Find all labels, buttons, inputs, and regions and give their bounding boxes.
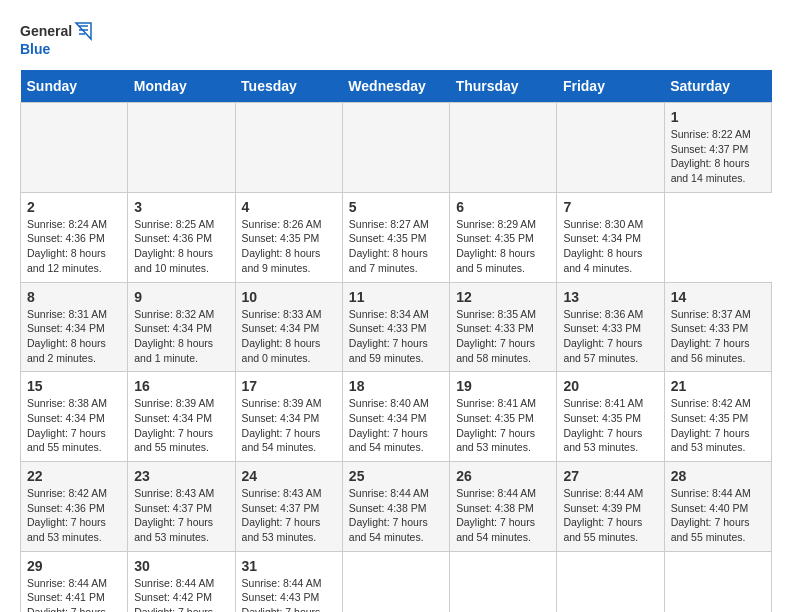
header-wednesday: Wednesday (342, 70, 449, 103)
day-info: Sunrise: 8:24 AMSunset: 4:36 PMDaylight:… (27, 218, 107, 274)
calendar-cell: 19Sunrise: 8:41 AMSunset: 4:35 PMDayligh… (450, 372, 557, 462)
day-info: Sunrise: 8:39 AMSunset: 4:34 PMDaylight:… (242, 397, 322, 453)
calendar-cell: 31Sunrise: 8:44 AMSunset: 4:43 PMDayligh… (235, 551, 342, 612)
calendar-week-row: 8Sunrise: 8:31 AMSunset: 4:34 PMDaylight… (21, 282, 772, 372)
calendar-cell: 11Sunrise: 8:34 AMSunset: 4:33 PMDayligh… (342, 282, 449, 372)
day-number: 9 (134, 289, 228, 305)
calendar-cell: 20Sunrise: 8:41 AMSunset: 4:35 PMDayligh… (557, 372, 664, 462)
calendar-cell: 26Sunrise: 8:44 AMSunset: 4:38 PMDayligh… (450, 462, 557, 552)
day-info: Sunrise: 8:44 AMSunset: 4:41 PMDaylight:… (27, 577, 107, 612)
day-info: Sunrise: 8:44 AMSunset: 4:42 PMDaylight:… (134, 577, 214, 612)
day-number: 23 (134, 468, 228, 484)
calendar-cell: 15Sunrise: 8:38 AMSunset: 4:34 PMDayligh… (21, 372, 128, 462)
calendar-cell: 24Sunrise: 8:43 AMSunset: 4:37 PMDayligh… (235, 462, 342, 552)
calendar-cell: 10Sunrise: 8:33 AMSunset: 4:34 PMDayligh… (235, 282, 342, 372)
calendar-cell: 6Sunrise: 8:29 AMSunset: 4:35 PMDaylight… (450, 192, 557, 282)
day-info: Sunrise: 8:41 AMSunset: 4:35 PMDaylight:… (563, 397, 643, 453)
day-info: Sunrise: 8:36 AMSunset: 4:33 PMDaylight:… (563, 308, 643, 364)
calendar-cell: 16Sunrise: 8:39 AMSunset: 4:34 PMDayligh… (128, 372, 235, 462)
day-number: 10 (242, 289, 336, 305)
calendar-cell: 12Sunrise: 8:35 AMSunset: 4:33 PMDayligh… (450, 282, 557, 372)
day-number: 19 (456, 378, 550, 394)
calendar-cell: 28Sunrise: 8:44 AMSunset: 4:40 PMDayligh… (664, 462, 771, 552)
calendar-cell: 8Sunrise: 8:31 AMSunset: 4:34 PMDaylight… (21, 282, 128, 372)
logo-svg: General Blue (20, 20, 100, 60)
calendar-cell (664, 551, 771, 612)
calendar-cell: 13Sunrise: 8:36 AMSunset: 4:33 PMDayligh… (557, 282, 664, 372)
calendar-cell (557, 551, 664, 612)
day-number: 11 (349, 289, 443, 305)
day-number: 4 (242, 199, 336, 215)
day-number: 8 (27, 289, 121, 305)
day-number: 6 (456, 199, 550, 215)
day-number: 18 (349, 378, 443, 394)
day-info: Sunrise: 8:44 AMSunset: 4:38 PMDaylight:… (456, 487, 536, 543)
header-saturday: Saturday (664, 70, 771, 103)
day-info: Sunrise: 8:30 AMSunset: 4:34 PMDaylight:… (563, 218, 643, 274)
day-info: Sunrise: 8:27 AMSunset: 4:35 PMDaylight:… (349, 218, 429, 274)
day-info: Sunrise: 8:26 AMSunset: 4:35 PMDaylight:… (242, 218, 322, 274)
day-number: 31 (242, 558, 336, 574)
day-number: 3 (134, 199, 228, 215)
calendar-cell: 30Sunrise: 8:44 AMSunset: 4:42 PMDayligh… (128, 551, 235, 612)
day-number: 5 (349, 199, 443, 215)
day-info: Sunrise: 8:31 AMSunset: 4:34 PMDaylight:… (27, 308, 107, 364)
calendar-cell: 5Sunrise: 8:27 AMSunset: 4:35 PMDaylight… (342, 192, 449, 282)
calendar-cell (128, 103, 235, 193)
svg-text:General: General (20, 23, 72, 39)
day-info: Sunrise: 8:43 AMSunset: 4:37 PMDaylight:… (134, 487, 214, 543)
day-number: 28 (671, 468, 765, 484)
day-number: 12 (456, 289, 550, 305)
day-info: Sunrise: 8:25 AMSunset: 4:36 PMDaylight:… (134, 218, 214, 274)
calendar-cell (21, 103, 128, 193)
day-number: 17 (242, 378, 336, 394)
day-info: Sunrise: 8:44 AMSunset: 4:43 PMDaylight:… (242, 577, 322, 612)
calendar-cell: 2Sunrise: 8:24 AMSunset: 4:36 PMDaylight… (21, 192, 128, 282)
day-info: Sunrise: 8:38 AMSunset: 4:34 PMDaylight:… (27, 397, 107, 453)
day-number: 2 (27, 199, 121, 215)
header-tuesday: Tuesday (235, 70, 342, 103)
calendar-week-row: 1Sunrise: 8:22 AMSunset: 4:37 PMDaylight… (21, 103, 772, 193)
day-number: 20 (563, 378, 657, 394)
calendar-cell (342, 103, 449, 193)
header-sunday: Sunday (21, 70, 128, 103)
day-number: 27 (563, 468, 657, 484)
header-thursday: Thursday (450, 70, 557, 103)
calendar-week-row: 2Sunrise: 8:24 AMSunset: 4:36 PMDaylight… (21, 192, 772, 282)
day-info: Sunrise: 8:32 AMSunset: 4:34 PMDaylight:… (134, 308, 214, 364)
calendar-cell: 25Sunrise: 8:44 AMSunset: 4:38 PMDayligh… (342, 462, 449, 552)
header-friday: Friday (557, 70, 664, 103)
header-monday: Monday (128, 70, 235, 103)
day-number: 25 (349, 468, 443, 484)
day-info: Sunrise: 8:42 AMSunset: 4:36 PMDaylight:… (27, 487, 107, 543)
day-number: 1 (671, 109, 765, 125)
calendar-cell (342, 551, 449, 612)
calendar-cell: 29Sunrise: 8:44 AMSunset: 4:41 PMDayligh… (21, 551, 128, 612)
calendar-cell: 4Sunrise: 8:26 AMSunset: 4:35 PMDaylight… (235, 192, 342, 282)
calendar-cell: 14Sunrise: 8:37 AMSunset: 4:33 PMDayligh… (664, 282, 771, 372)
calendar-week-row: 29Sunrise: 8:44 AMSunset: 4:41 PMDayligh… (21, 551, 772, 612)
day-info: Sunrise: 8:44 AMSunset: 4:40 PMDaylight:… (671, 487, 751, 543)
calendar-week-row: 15Sunrise: 8:38 AMSunset: 4:34 PMDayligh… (21, 372, 772, 462)
calendar-cell: 3Sunrise: 8:25 AMSunset: 4:36 PMDaylight… (128, 192, 235, 282)
day-number: 15 (27, 378, 121, 394)
day-info: Sunrise: 8:40 AMSunset: 4:34 PMDaylight:… (349, 397, 429, 453)
day-info: Sunrise: 8:39 AMSunset: 4:34 PMDaylight:… (134, 397, 214, 453)
page-header: General Blue (20, 20, 772, 60)
day-info: Sunrise: 8:35 AMSunset: 4:33 PMDaylight:… (456, 308, 536, 364)
day-info: Sunrise: 8:43 AMSunset: 4:37 PMDaylight:… (242, 487, 322, 543)
day-number: 29 (27, 558, 121, 574)
calendar-cell (557, 103, 664, 193)
day-info: Sunrise: 8:33 AMSunset: 4:34 PMDaylight:… (242, 308, 322, 364)
logo: General Blue (20, 20, 100, 60)
calendar-cell: 1Sunrise: 8:22 AMSunset: 4:37 PMDaylight… (664, 103, 771, 193)
day-number: 16 (134, 378, 228, 394)
calendar-cell: 22Sunrise: 8:42 AMSunset: 4:36 PMDayligh… (21, 462, 128, 552)
day-info: Sunrise: 8:41 AMSunset: 4:35 PMDaylight:… (456, 397, 536, 453)
day-info: Sunrise: 8:44 AMSunset: 4:38 PMDaylight:… (349, 487, 429, 543)
svg-text:Blue: Blue (20, 41, 51, 57)
day-number: 24 (242, 468, 336, 484)
calendar-cell: 23Sunrise: 8:43 AMSunset: 4:37 PMDayligh… (128, 462, 235, 552)
calendar-cell: 17Sunrise: 8:39 AMSunset: 4:34 PMDayligh… (235, 372, 342, 462)
calendar-week-row: 22Sunrise: 8:42 AMSunset: 4:36 PMDayligh… (21, 462, 772, 552)
